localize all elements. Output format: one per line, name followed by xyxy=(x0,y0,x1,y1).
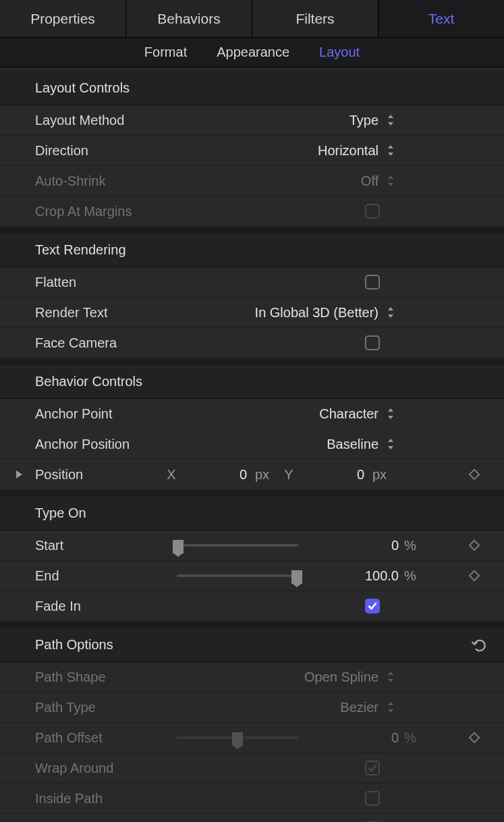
label-wrap-around: Wrap Around xyxy=(35,761,177,776)
value-path-offset: 0 xyxy=(345,730,399,746)
label-position: Position xyxy=(35,467,177,483)
row-auto-shrink: Auto-Shrink Off xyxy=(0,166,504,196)
value-direction[interactable]: Horizontal xyxy=(318,143,379,159)
value-layout-method[interactable]: Type xyxy=(349,113,379,128)
row-flatten: Flatten xyxy=(0,267,504,298)
label-layout-method: Layout Method xyxy=(35,113,177,128)
checkbox-inside-path xyxy=(365,791,380,806)
label-path-offset: Path Offset xyxy=(35,730,177,746)
row-fade-in: Fade In xyxy=(0,591,504,622)
row-wrap-around: Wrap Around xyxy=(0,753,504,784)
row-inside-path: Inside Path xyxy=(0,784,504,814)
keyframe-button[interactable] xyxy=(461,541,488,549)
checkbox-fade-in[interactable] xyxy=(365,599,380,613)
label-crop-at-margins: Crop At Margins xyxy=(35,204,177,219)
value-anchor-position[interactable]: Baseline xyxy=(327,437,379,452)
keyframe-button[interactable] xyxy=(461,572,488,580)
section-path-options: Path Options xyxy=(0,628,504,662)
tab-behaviors[interactable]: Behaviors xyxy=(126,0,252,37)
stepper-icon[interactable] xyxy=(385,143,396,158)
inspector-scroll-area[interactable]: Layout Controls Layout Method Type Direc… xyxy=(0,67,504,822)
section-behavior-controls: Behavior Controls xyxy=(0,365,504,399)
section-layout-controls: Layout Controls xyxy=(0,72,504,105)
row-face-camera: Face Camera xyxy=(0,328,504,358)
checkbox-face-camera[interactable] xyxy=(365,335,380,350)
unit-percent: % xyxy=(404,538,423,553)
row-path-offset: Path Offset 0 % xyxy=(0,723,504,753)
sub-tab-format[interactable]: Format xyxy=(144,45,187,60)
stepper-icon[interactable] xyxy=(385,406,396,421)
unit-percent: % xyxy=(404,730,423,746)
row-align-to-path: Align to Path xyxy=(0,814,504,822)
sub-tab-bar: Format Appearance Layout xyxy=(0,38,504,67)
row-anchor-point: Anchor Point Character xyxy=(0,399,504,429)
slider-end[interactable] xyxy=(177,574,298,577)
row-render-text: Render Text In Global 3D (Better) xyxy=(0,298,504,328)
section-text-rendering: Text Rendering xyxy=(0,234,504,267)
sub-tab-appearance[interactable]: Appearance xyxy=(217,45,289,60)
row-anchor-position: Anchor Position Baseline xyxy=(0,429,504,460)
unit-percent: % xyxy=(404,568,423,584)
tab-properties[interactable]: Properties xyxy=(0,0,126,37)
checkbox-crop-at-margins xyxy=(365,204,380,219)
keyframe-button[interactable] xyxy=(461,470,488,478)
label-end: End xyxy=(35,568,177,584)
top-tab-bar: Properties Behaviors Filters Text xyxy=(0,0,504,38)
row-end: End 100.0 % xyxy=(0,561,504,591)
row-crop-at-margins: Crop At Margins xyxy=(0,196,504,227)
row-path-shape: Path Shape Open Spline xyxy=(0,662,504,692)
stepper-icon xyxy=(385,669,396,684)
sub-tab-layout[interactable]: Layout xyxy=(319,45,360,60)
label-inside-path: Inside Path xyxy=(35,791,177,806)
label-fade-in: Fade In xyxy=(35,599,177,614)
value-render-text[interactable]: In Global 3D (Better) xyxy=(255,305,379,321)
reset-icon[interactable] xyxy=(472,638,486,653)
label-auto-shrink: Auto-Shrink xyxy=(35,173,177,189)
label-face-camera: Face Camera xyxy=(35,335,177,351)
label-render-text: Render Text xyxy=(35,305,177,321)
stepper-icon[interactable] xyxy=(385,305,396,320)
stepper-icon xyxy=(385,173,396,188)
label-anchor-point: Anchor Point xyxy=(35,406,177,422)
value-start[interactable]: 0 xyxy=(345,538,399,553)
value-path-shape: Open Spline xyxy=(304,669,379,685)
slider-path-offset xyxy=(177,736,298,739)
stepper-icon[interactable] xyxy=(385,113,396,128)
stepper-icon xyxy=(385,700,396,715)
row-layout-method: Layout Method Type xyxy=(0,105,504,136)
row-path-type: Path Type Bezier xyxy=(0,692,504,723)
label-path-shape: Path Shape xyxy=(35,669,177,685)
value-path-type: Bezier xyxy=(340,700,379,715)
label-start: Start xyxy=(35,538,177,553)
slider-start[interactable] xyxy=(177,544,298,547)
label-path-type: Path Type xyxy=(35,700,177,715)
value-anchor-point[interactable]: Character xyxy=(319,406,379,422)
row-position: Position X 0 px Y 0 px xyxy=(0,460,504,490)
checkbox-wrap-around xyxy=(365,761,380,775)
keyframe-button[interactable] xyxy=(461,734,488,742)
label-flatten: Flatten xyxy=(35,275,177,290)
label-direction: Direction xyxy=(35,143,177,159)
value-end[interactable]: 100.0 xyxy=(345,568,399,584)
row-direction: Direction Horizontal xyxy=(0,136,504,166)
label-anchor-position: Anchor Position xyxy=(35,437,177,452)
position-xy-fields[interactable]: X 0 px Y 0 px xyxy=(165,467,391,483)
checkbox-flatten[interactable] xyxy=(365,275,380,290)
tab-filters[interactable]: Filters xyxy=(252,0,379,37)
value-auto-shrink: Off xyxy=(361,173,379,189)
stepper-icon[interactable] xyxy=(385,437,396,451)
row-start: Start 0 % xyxy=(0,530,504,561)
disclosure-triangle-icon[interactable] xyxy=(15,470,23,479)
tab-text[interactable]: Text xyxy=(379,0,504,37)
section-type-on: Type On xyxy=(0,497,504,530)
